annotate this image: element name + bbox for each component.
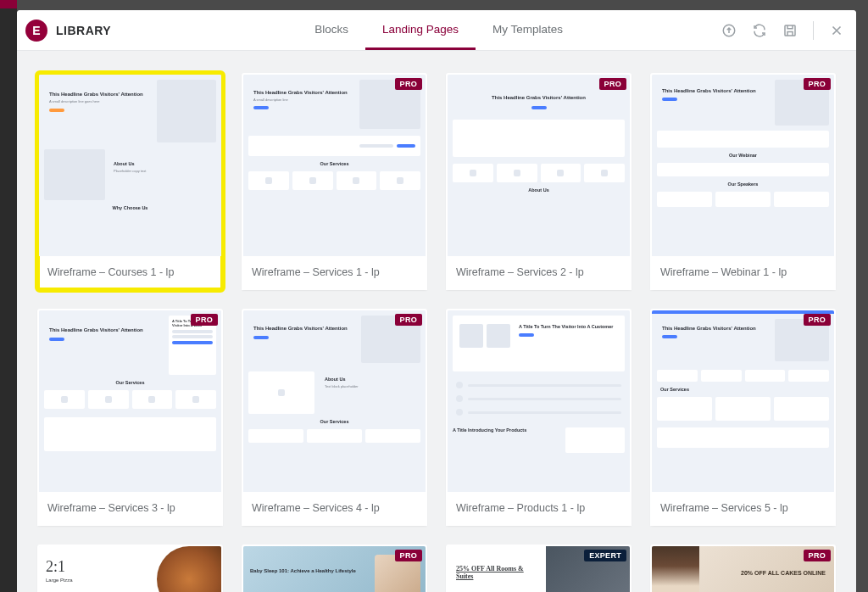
- close-icon[interactable]: [829, 23, 844, 38]
- template-card[interactable]: PRO This Headline Grabs Visitors' Attent…: [242, 309, 427, 526]
- template-card[interactable]: A Title To Turn The Visitor Into A Custo…: [446, 309, 632, 526]
- template-thumbnail: This Headline Grabs Visitors' Attention …: [652, 310, 834, 492]
- template-grid: This Headline Grabs Visitors' Attention …: [37, 73, 836, 592]
- tab-label: My Templates: [492, 23, 563, 36]
- library-modal: E LIBRARY Blocks Landing Pages My Templa…: [17, 10, 856, 592]
- wf-why: Why Choose Us: [44, 205, 216, 210]
- template-title: Wireframe – Services 2 - lp: [446, 256, 632, 290]
- template-title: Wireframe – Services 3 - lp: [37, 492, 223, 526]
- pro-badge: PRO: [804, 78, 831, 90]
- template-card[interactable]: PRO This Headline Grabs Visitors' Attent…: [37, 309, 223, 526]
- pro-badge: PRO: [191, 314, 218, 326]
- pro-badge: PRO: [804, 550, 831, 561]
- template-title: Wireframe – Services 5 - lp: [650, 492, 836, 526]
- sync-icon[interactable]: [752, 23, 767, 38]
- template-thumbnail: A Title To Turn The Visitor Into A Custo…: [448, 310, 630, 492]
- template-thumbnail: 2:1 Large Pizza: [39, 546, 221, 592]
- tab-landing-pages[interactable]: Landing Pages: [365, 10, 476, 50]
- template-card[interactable]: PRO This Headline Grabs Visitors' Attent…: [650, 73, 836, 290]
- library-content[interactable]: This Headline Grabs Visitors' Attention …: [17, 51, 856, 592]
- expert-badge: EXPERT: [584, 550, 626, 561]
- tab-blocks[interactable]: Blocks: [298, 10, 365, 50]
- template-thumbnail: This Headline Grabs Visitors' Attention …: [243, 310, 426, 492]
- template-thumbnail: This Headline Grabs Visitors' Attention …: [39, 310, 221, 492]
- template-card[interactable]: PRO 20% OFF ALL CAKES ONLINE: [650, 545, 836, 592]
- template-title: Wireframe – Services 4 - lp: [242, 492, 427, 526]
- background-app-sliver: [0, 0, 17, 592]
- pro-badge: PRO: [804, 314, 831, 326]
- pro-badge: PRO: [395, 550, 422, 561]
- template-thumbnail: This Headline Grabs Visitors' Attention …: [39, 75, 221, 256]
- wf-about: About Us: [114, 161, 211, 167]
- svg-rect-1: [785, 25, 795, 36]
- elementor-logo-icon: E: [25, 20, 47, 42]
- pro-badge: PRO: [395, 314, 422, 326]
- template-thumbnail: This Headline Grabs Visitors' Attention …: [652, 75, 834, 256]
- template-title: Wireframe – Services 1 - lp: [242, 256, 427, 290]
- logo-letter: E: [32, 24, 40, 37]
- template-title: Wireframe – Courses 1 - lp: [37, 256, 223, 290]
- wf-headline: This Headline Grabs Visitors' Attention: [49, 92, 150, 98]
- template-thumbnail: This Headline Grabs Visitors' Attention …: [448, 75, 630, 256]
- divider: [813, 21, 814, 40]
- template-card[interactable]: PRO Baby Sleep 101: Achieve a Healthy Li…: [242, 545, 427, 592]
- template-card[interactable]: This Headline Grabs Visitors' Attention …: [37, 73, 223, 290]
- template-title: Wireframe – Products 1 - lp: [446, 492, 632, 526]
- template-thumbnail: This Headline Grabs Visitors' Attention …: [243, 75, 426, 256]
- pro-badge: PRO: [395, 78, 422, 90]
- library-header: E LIBRARY Blocks Landing Pages My Templa…: [17, 10, 856, 51]
- tab-label: Landing Pages: [382, 23, 459, 36]
- tab-my-templates[interactable]: My Templates: [476, 10, 580, 50]
- library-tabs: Blocks Landing Pages My Templates: [298, 10, 580, 50]
- library-title: LIBRARY: [56, 24, 111, 37]
- template-card[interactable]: EXPERT 25% OFF All Rooms & Suites: [446, 545, 632, 592]
- tab-label: Blocks: [314, 23, 348, 36]
- template-card[interactable]: PRO This Headline Grabs Visitors' Attent…: [446, 73, 632, 290]
- template-card[interactable]: PRO This Headline Grabs Visitors' Attent…: [650, 309, 836, 526]
- header-actions: [721, 21, 844, 40]
- import-icon[interactable]: [721, 23, 737, 38]
- template-card[interactable]: 2:1 Large Pizza: [37, 545, 223, 592]
- template-card[interactable]: PRO This Headline Grabs Visitors' Attent…: [242, 73, 427, 290]
- pro-badge: PRO: [599, 78, 626, 90]
- template-title: Wireframe – Webinar 1 - lp: [650, 256, 836, 290]
- save-icon[interactable]: [782, 23, 798, 38]
